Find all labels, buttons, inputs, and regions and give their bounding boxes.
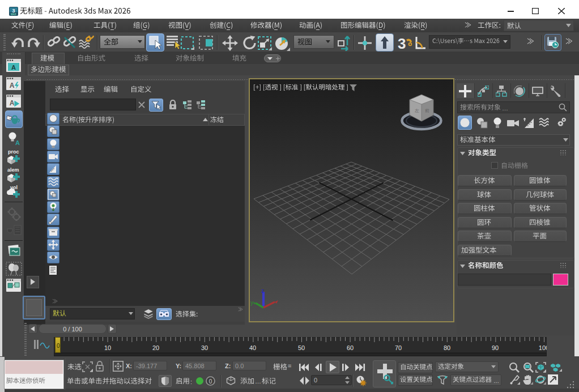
svg-text:40: 40 [249,344,256,351]
svg-text:30: 30 [201,344,208,351]
svg-text:alem: alem [7,167,19,173]
svg-text:60: 60 [347,344,354,351]
svg-text:80: 80 [444,344,450,351]
svg-text:0: 0 [209,378,212,385]
svg-text:10: 10 [104,344,111,351]
svg-text:20: 20 [152,344,159,351]
svg-text:A: A [11,64,16,71]
svg-text:y: y [250,300,253,306]
svg-text:50: 50 [298,344,305,351]
svg-text:70: 70 [395,344,402,351]
svg-text:MAX: MAX [11,13,16,16]
svg-text:90: 90 [492,344,499,351]
svg-text:proc: proc [8,149,19,155]
svg-text:左: 左 [415,108,419,113]
svg-text:A: A [10,82,15,90]
svg-text:100: 100 [539,344,547,351]
svg-text:前: 前 [425,108,429,113]
svg-text:z: z [261,288,264,294]
svg-text:A: A [15,139,20,146]
svg-text:A: A [10,99,15,107]
svg-text:3: 3 [398,35,406,51]
